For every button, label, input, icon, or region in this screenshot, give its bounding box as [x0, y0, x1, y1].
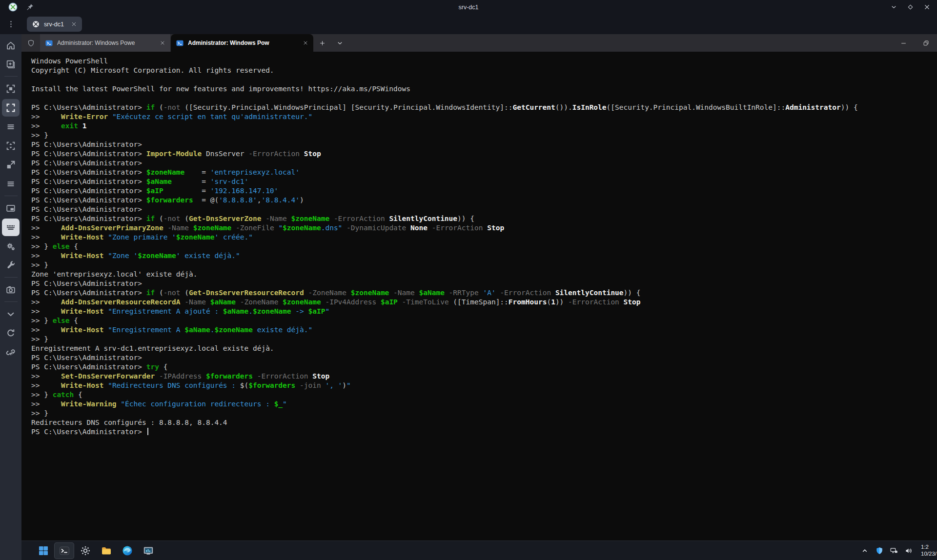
terminal-line: >> }	[31, 409, 937, 418]
window-title: srv-dc1	[0, 4, 937, 11]
lines-icon	[5, 179, 16, 189]
pip-icon	[5, 203, 16, 214]
system-tray: 1:2 10/23/	[858, 543, 937, 558]
app-titlebar: srv-dc1	[0, 0, 937, 14]
sidebar-divider	[4, 76, 18, 77]
fit-screen-button[interactable]	[2, 80, 20, 98]
chevron-down-button[interactable]	[2, 305, 20, 323]
app-logo-icon	[8, 2, 18, 12]
terminal-line: PS C:\Users\Administrator> $aIP = '192.1…	[31, 186, 937, 196]
disconnect-button[interactable]	[2, 343, 20, 361]
expand-icon	[5, 160, 16, 170]
taskbar-clock[interactable]: 1:2 10/23/	[921, 544, 937, 557]
terminal-icon	[59, 545, 70, 557]
sidebar-divider	[4, 196, 18, 196]
camera-button[interactable]	[2, 281, 20, 299]
restore-diamond-icon[interactable]	[904, 2, 917, 13]
minimize-icon[interactable]	[892, 34, 915, 52]
terminal-line: >> Write-Host "Enregistrement A ajouté :…	[31, 307, 937, 316]
terminal-line: PS C:\Users\Administrator> try {	[31, 362, 937, 372]
edge-taskbar-button[interactable]	[117, 542, 137, 559]
chevron-up-tray-button[interactable]	[858, 543, 871, 558]
terminal-window-controls	[892, 34, 937, 52]
terminal-line: Zone 'entreprisexyz.local' existe déjà.	[31, 270, 937, 279]
terminal-line: >> } else {	[31, 242, 937, 251]
fullscreen-icon	[5, 102, 16, 113]
tab-close-icon[interactable]	[303, 40, 308, 46]
new-window-icon	[5, 59, 16, 70]
lines-button[interactable]	[2, 118, 20, 136]
terminal-line: >> Add-DnsServerPrimaryZone -Name $zoneN…	[31, 223, 937, 233]
start-taskbar-button[interactable]	[33, 542, 53, 559]
terminal-tabs: Administrator: Windows PoweAdministrator…	[40, 34, 313, 52]
edge-icon	[122, 545, 133, 557]
terminal-tab-title: Administrator: Windows Pow	[188, 40, 299, 46]
viewer-tabstrip: srv-dc1	[0, 14, 937, 34]
terminal-line: >> Set-DnsServerForwarder -IPAddress $fo…	[31, 372, 937, 381]
vm-tab-srv-dc1[interactable]: srv-dc1	[27, 17, 82, 32]
terminal-line: PS C:\Users\Administrator> Import-Module…	[31, 149, 937, 159]
terminal-line: PS C:\Users\Administrator> $zoneName = '…	[31, 168, 937, 177]
new-tab-button[interactable]	[313, 34, 331, 52]
terminal-line: >> Write-Error "Exécutez ce script en ta…	[31, 112, 937, 121]
wrench-button[interactable]	[2, 257, 20, 274]
taskbar: 1:2 10/23/	[21, 540, 937, 560]
lines-icon	[5, 121, 16, 132]
wrench-icon	[5, 260, 16, 271]
server-manager-taskbar-button[interactable]	[138, 542, 158, 559]
close-icon[interactable]	[920, 2, 933, 13]
refresh-button[interactable]	[2, 324, 20, 342]
terminal-line: >> Add-DnsServerResourceRecordA -Name $a…	[31, 298, 937, 307]
terminal-line: PS C:\Users\Administrator> $aName = 'srv…	[31, 177, 937, 186]
explorer-taskbar-button[interactable]	[96, 542, 116, 559]
terminal-tab-2[interactable]: Administrator: Windows Pow	[171, 34, 313, 52]
shield-icon	[21, 34, 40, 52]
terminal-line: PS C:\Users\Administrator>	[31, 279, 937, 288]
disconnect-icon	[5, 347, 16, 358]
terminal-line: Copyright (C) Microsoft Corporation. All…	[31, 66, 937, 75]
restore-icon[interactable]	[915, 34, 937, 52]
clock-time: 1:2	[921, 544, 937, 551]
chevron-up-icon	[860, 546, 869, 555]
keyboard-button[interactable]	[2, 219, 20, 236]
chevron-down-icon[interactable]	[887, 2, 900, 13]
start-icon	[38, 545, 49, 557]
vm-tab-close-icon[interactable]	[71, 21, 77, 27]
terminal-line: >> }	[31, 335, 937, 344]
keyboard-icon	[5, 222, 16, 233]
home-icon	[5, 40, 16, 51]
tab-close-icon[interactable]	[160, 40, 165, 46]
vm-tab-icon	[32, 20, 40, 28]
terminal-line: >> exit 1	[31, 121, 937, 131]
pin-icon[interactable]	[26, 3, 34, 11]
tab-dropdown-icon[interactable]	[331, 34, 348, 52]
powershell-icon	[45, 39, 53, 47]
fullscreen-button[interactable]	[2, 99, 20, 117]
terminal-line: >> Write-Warning "Échec configuration re…	[31, 400, 937, 409]
window-controls	[887, 2, 933, 13]
expand-button[interactable]	[2, 156, 20, 174]
terminal-tab-1[interactable]: Administrator: Windows Powe	[40, 34, 171, 52]
terminal-line: PS C:\Users\Administrator>	[31, 205, 937, 214]
refresh-icon	[5, 328, 16, 339]
network-icon	[890, 546, 898, 555]
defender-tray-button[interactable]	[873, 543, 886, 558]
home-button[interactable]	[2, 37, 20, 54]
scale-button[interactable]	[2, 137, 20, 155]
viewer-sidebar	[0, 34, 21, 560]
settings-taskbar-button[interactable]	[75, 542, 95, 559]
terminal-cursor	[147, 428, 148, 435]
gears-button[interactable]	[2, 238, 20, 255]
menu-dots-icon[interactable]	[0, 14, 21, 34]
pip-button[interactable]	[2, 200, 20, 217]
terminal-line: >> } catch {	[31, 390, 937, 400]
defender-icon	[875, 546, 884, 555]
volume-tray-button[interactable]	[902, 543, 915, 558]
terminal-line	[31, 75, 937, 84]
terminal-line: PS C:\Users\Administrator>	[31, 140, 937, 149]
network-tray-button[interactable]	[888, 543, 900, 558]
terminal-taskbar-button[interactable]	[54, 542, 74, 559]
terminal-output[interactable]: Windows PowerShellCopyright (C) Microsof…	[21, 52, 937, 540]
new-window-button[interactable]	[2, 56, 20, 73]
lines-button[interactable]	[2, 175, 20, 193]
